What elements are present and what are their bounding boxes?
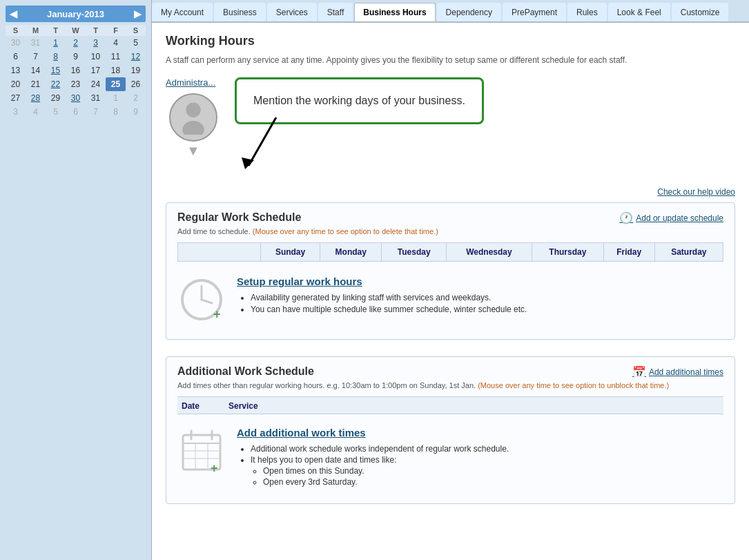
calendar-day[interactable]: 4 (26, 105, 46, 119)
calendar-day[interactable]: 29 (46, 91, 66, 105)
calendar-day[interactable]: 2 (66, 36, 86, 50)
page-description: A staff can perform any service at any t… (166, 54, 735, 66)
calendar-week-row: 6789101112 (6, 50, 146, 64)
calendar-week-row: 13141516171819 (6, 64, 146, 77)
svg-line-2 (249, 117, 276, 166)
regular-bullets: Availability generated by linking staff … (237, 293, 723, 314)
additional-schedule-header: Additional Work Schedule 📅 Add additiona… (177, 365, 723, 378)
clock-icon-area: + (177, 276, 226, 324)
setup-regular-hours-link[interactable]: Setup regular work hours (237, 276, 723, 287)
calendar-day[interactable]: 18 (106, 64, 126, 77)
calendar-day[interactable]: 13 (6, 64, 26, 77)
nav-tab-business[interactable]: Business (214, 3, 266, 21)
calendar-day[interactable]: 14 (26, 64, 46, 77)
calendar-day[interactable]: 28 (26, 91, 46, 105)
tooltip-text: Mention the working days of your busines… (253, 95, 465, 106)
sub-bullets: Open times on this Sunday. Open every 3r… (251, 466, 723, 487)
calendar-day[interactable]: 3 (6, 105, 26, 119)
calendar-day[interactable]: 30 (66, 91, 86, 105)
calendar-day[interactable]: 10 (86, 50, 106, 64)
add-additional-times-link[interactable]: 📅 Add additional times (632, 365, 723, 378)
calendar-day[interactable]: 31 (86, 91, 106, 105)
next-month-button[interactable]: ▶ (134, 8, 142, 19)
calendar-day[interactable]: 30 (6, 36, 26, 50)
svg-text:+: + (213, 307, 221, 321)
calendar-day[interactable]: 16 (66, 64, 86, 77)
sub-bullet-1: Open times on this Sunday. (263, 466, 723, 476)
calendar-day[interactable]: 8 (46, 50, 66, 64)
calendar-day[interactable]: 31 (26, 36, 46, 50)
calendar-day[interactable]: 4 (106, 36, 126, 50)
date-col-header: Date (177, 401, 204, 411)
calendar-day[interactable]: 12 (126, 50, 146, 64)
calendar-day[interactable]: 7 (26, 50, 46, 64)
nav-tab-prepayment[interactable]: PrePayment (503, 3, 566, 21)
calendar-day[interactable]: 6 (6, 50, 26, 64)
day-header: Wednesday (446, 243, 532, 262)
calendar-day[interactable]: 17 (86, 64, 106, 77)
day-header: Saturday (654, 243, 723, 262)
calendar-day[interactable]: 22 (46, 77, 66, 91)
calendar-day[interactable]: 5 (46, 105, 66, 119)
calendar-day[interactable]: 6 (66, 105, 86, 119)
calendar-day[interactable]: 27 (6, 91, 26, 105)
nav-tab-services[interactable]: Services (267, 3, 317, 21)
calendar-day[interactable]: 25 (106, 77, 126, 91)
calendar-day[interactable]: 1 (106, 91, 126, 105)
additional-note-orange: (Mouse over any time to see option to un… (478, 381, 669, 389)
calendar-day[interactable]: 1 (46, 36, 66, 50)
nav-tab-my-account[interactable]: My Account (152, 3, 213, 21)
calendar-day[interactable]: 24 (86, 77, 106, 91)
additional-bullet-2: It helps you to open date and times like… (251, 455, 723, 487)
calendar-day[interactable]: 19 (126, 64, 146, 77)
nav-tab-look---feel[interactable]: Look & Feel (608, 3, 670, 21)
calendar-day[interactable]: 15 (46, 64, 66, 77)
calendar-week-row: 272829303112 (6, 91, 146, 105)
prev-month-button[interactable]: ◀ (10, 8, 17, 19)
additional-schedule-section: Additional Work Schedule 📅 Add additiona… (166, 356, 735, 504)
help-link-row: Check our help video (166, 186, 735, 197)
nav-tab-dependency[interactable]: Dependency (437, 3, 501, 21)
calendar-dow: F (106, 25, 126, 36)
nav-tab-customize[interactable]: Customize (672, 3, 729, 21)
calendar-day[interactable]: 21 (26, 77, 46, 91)
calendar-body[interactable]: 3031123456789101112131415161718192021222… (6, 36, 146, 119)
calendar-day[interactable]: 8 (106, 105, 126, 119)
calendar-day[interactable]: 2 (126, 91, 146, 105)
day-header: Sunday (261, 243, 320, 262)
calendar-dow: T (86, 25, 106, 36)
nav-tab-business-hours[interactable]: Business Hours (354, 3, 435, 21)
schedule-icon: 🕐 (619, 211, 633, 224)
add-update-schedule-link[interactable]: 🕐 Add or update schedule (619, 211, 723, 224)
calendar-day[interactable]: 9 (126, 105, 146, 119)
calendar-day[interactable]: 23 (66, 77, 86, 91)
calendar-dow: S (6, 25, 26, 36)
calendar-day[interactable]: 11 (106, 50, 126, 64)
days-header: SundayMondayTuesdayWednesdayThursdayFrid… (178, 243, 723, 262)
setup-regular-content: Setup regular work hours Availability ge… (237, 276, 723, 316)
additional-bullet-1: Additional work schedule works independe… (251, 444, 723, 454)
calendar-day[interactable]: 5 (126, 36, 146, 50)
calendar-dow: W (66, 25, 86, 36)
main-content: My AccountBusinessServicesStaffBusiness … (152, 0, 749, 560)
tooltip-area: Mention the working days of your busines… (235, 77, 484, 173)
content-area: Working Hours A staff can perform any se… (152, 23, 749, 560)
person-icon (176, 100, 211, 135)
staff-name-link[interactable]: Administra... (166, 77, 221, 88)
add-additional-work-times-link[interactable]: Add additional work times (237, 427, 723, 438)
svg-text:+: + (211, 461, 218, 475)
add-update-schedule-label: Add or update schedule (636, 213, 723, 223)
help-video-link[interactable]: Check our help video (657, 187, 735, 197)
calendar-dow: M (26, 25, 46, 36)
nav-tab-staff[interactable]: Staff (318, 3, 353, 21)
regular-schedule-section: Regular Work Schedule 🕐 Add or update sc… (166, 202, 735, 340)
calendar-day[interactable]: 9 (66, 50, 86, 64)
calendar-day[interactable]: 26 (126, 77, 146, 91)
calendar-days-header: SMTWTFS (6, 25, 146, 36)
nav-tab-rules[interactable]: Rules (567, 3, 607, 21)
calendar-day[interactable]: 3 (86, 36, 106, 50)
calendar-day[interactable]: 7 (86, 105, 106, 119)
calendar-day[interactable]: 20 (6, 77, 26, 91)
calendar-add-icon: 📅 (632, 365, 646, 378)
staff-avatar-section: Administra... ▼ (166, 77, 221, 155)
